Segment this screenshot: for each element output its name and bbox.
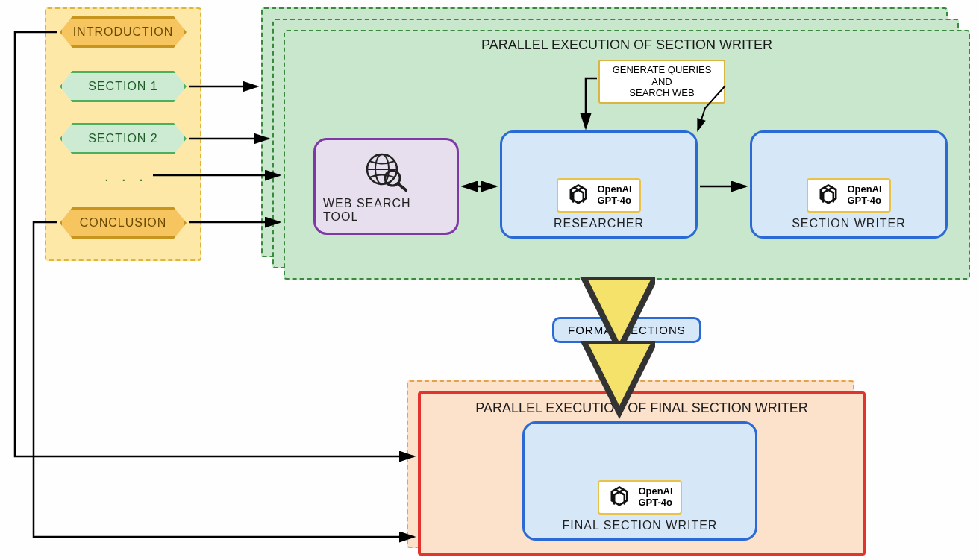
model-line1: OpenAI xyxy=(638,485,672,497)
section-conclusion: CONCLUSION xyxy=(60,207,187,239)
final-writer-label: FINAL SECTION WRITER xyxy=(563,515,718,532)
model-line1: OpenAI xyxy=(847,183,881,195)
openai-icon xyxy=(607,485,632,510)
format-sections-box: FORMAT SECTIONS xyxy=(552,317,701,343)
diagram-canvas: INTRODUCTION SECTION 1 SECTION 2 . . . C… xyxy=(0,0,979,560)
model-line2: GPT-4o xyxy=(847,195,881,206)
model-line2: GPT-4o xyxy=(638,497,672,508)
note-generate-queries: GENERATE QUERIES AND SEARCH WEB xyxy=(598,60,725,104)
openai-icon xyxy=(566,183,591,208)
section-writer-model-badge: OpenAI GPT-4o xyxy=(807,178,890,213)
model-line2: GPT-4o xyxy=(597,195,631,206)
section-1: SECTION 1 xyxy=(60,71,187,102)
openai-icon xyxy=(816,183,841,208)
note-text: GENERATE QUERIES AND SEARCH WEB xyxy=(613,64,712,98)
section-introduction: INTRODUCTION xyxy=(60,16,187,48)
green-panel-title: PARALLEL EXECUTION OF SECTION WRITER xyxy=(481,37,772,53)
orange-panel-title: PARALLEL EXECUTION OF FINAL SECTION WRIT… xyxy=(475,400,807,416)
model-line1: OpenAI xyxy=(597,183,631,195)
researcher-card: OpenAI GPT-4o RESEARCHER xyxy=(500,130,698,239)
section-writer-label: SECTION WRITER xyxy=(792,213,906,230)
svg-line-4 xyxy=(398,183,406,190)
section-2: SECTION 2 xyxy=(60,123,187,154)
section-writer-card: OpenAI GPT-4o SECTION WRITER xyxy=(750,130,948,239)
final-writer-model-badge: OpenAI GPT-4o xyxy=(598,480,681,515)
web-search-label: WEB SEARCH TOOL xyxy=(323,192,449,224)
researcher-model-badge: OpenAI GPT-4o xyxy=(557,178,640,213)
final-section-writer-card: OpenAI GPT-4o FINAL SECTION WRITER xyxy=(522,421,757,541)
globe-search-icon xyxy=(360,149,413,192)
researcher-label: RESEARCHER xyxy=(554,213,644,230)
section-ellipsis: . . . xyxy=(104,168,149,185)
web-search-tool-card: WEB SEARCH TOOL xyxy=(313,138,459,235)
